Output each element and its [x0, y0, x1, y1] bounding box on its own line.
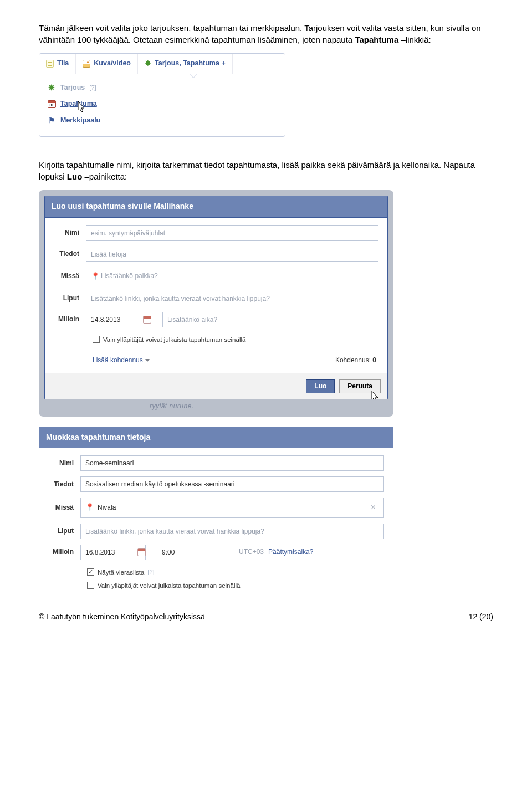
timezone-label: UTC+03 [239, 547, 264, 557]
option-tarjous[interactable]: ✸ Tarjous [?] [47, 80, 277, 96]
footer-right: 12 (20) [469, 612, 493, 623]
tiedot-field[interactable] [80, 476, 384, 492]
dialog-body: Nimi Tiedot Missä 📍 Nivala × [39, 448, 393, 598]
cursor-pointer-icon [369, 390, 381, 399]
footer-left: © Laatutyön tukeminen Kotityöpalveluyrit… [39, 612, 205, 623]
option-label: Merkkipaalu [60, 116, 100, 126]
intro-paragraph-2: Kirjoita tapahtumalle nimi, kirjoita tar… [39, 159, 493, 182]
targeting-row: Lisää kohdennus Kohdennus: 0 [54, 355, 378, 370]
calendar-picker-icon[interactable] [141, 315, 152, 325]
missa-field[interactable]: 📍 Lisätäänkö paikka? [86, 268, 378, 285]
intro-paragraph-1: Tämän jälkeen voit valita joko tarjoukse… [39, 22, 493, 45]
location-value: Nivala [98, 503, 116, 512]
divider [93, 350, 378, 350]
dialog-title: Luo uusi tapahtuma sivulle Mallihanke [45, 196, 387, 218]
label-tiedot: Tiedot [54, 249, 86, 259]
nimi-field[interactable] [86, 225, 378, 241]
calendar-picker-icon[interactable] [136, 547, 147, 557]
liput-field[interactable] [86, 291, 378, 306]
label-missa: Missä [54, 271, 86, 281]
tab-tila[interactable]: Tila [39, 54, 76, 74]
add-targeting-link[interactable]: Lisää kohdennus [93, 356, 150, 365]
label-liput: Liput [48, 526, 80, 536]
text: –painiketta: [85, 172, 127, 181]
clear-location-icon[interactable]: × [367, 501, 379, 514]
label-nimi: Nimi [48, 459, 80, 468]
label-milloin: Milloin [48, 547, 80, 557]
checkbox-unchecked-icon[interactable] [93, 336, 100, 343]
edit-event-dialog: Muokkaa tapahtuman tietoja Nimi Tiedot M… [39, 427, 393, 598]
star-icon: ✸ [47, 83, 56, 92]
label-nimi: Nimi [54, 228, 86, 238]
calendar-icon [47, 100, 56, 109]
label-milloin: Milloin [54, 315, 86, 324]
label-liput: Liput [54, 294, 86, 303]
admins-only-checkbox-row[interactable]: Vain ylläpitäjät voivat julkaista tapaht… [48, 579, 384, 592]
label-missa: Missä [48, 503, 80, 512]
help-icon[interactable]: [?] [147, 568, 154, 576]
bold-button-name: Luo [67, 172, 83, 181]
milestone-icon: ⚑ [47, 116, 56, 125]
composer-options: ✸ Tarjous [?] Tapahtuma ⚑ Merkkipaalu [39, 74, 285, 137]
location-pin-icon: 📍 [85, 502, 94, 512]
note-icon [46, 60, 54, 68]
checkbox-label: Näytä vieraslista [98, 568, 144, 577]
liput-field[interactable] [80, 524, 384, 539]
missa-field[interactable]: 📍 Nivala × [80, 498, 384, 517]
text: –linkkiä: [401, 35, 431, 44]
admins-only-checkbox-row[interactable]: Vain ylläpitäjät voivat julkaista tapaht… [54, 333, 378, 346]
checkbox-label: Vain ylläpitäjät voivat julkaista tapaht… [98, 581, 240, 590]
option-merkkipaalu[interactable]: ⚑ Merkkipaalu [47, 112, 277, 129]
tab-kuva-video[interactable]: Kuva/video [76, 54, 138, 74]
dialog-body: Nimi Tiedot Missä 📍 Lisätäänkö paikka? [45, 218, 387, 373]
checkbox-unchecked-icon[interactable] [87, 582, 94, 589]
composer-tabs: Tila Kuva/video ✸ Tarjous, Tapahtuma + [39, 54, 285, 74]
selected-tab-pointer-icon [189, 74, 198, 78]
placeholder-text: Lisätäänkö paikka? [101, 271, 158, 281]
tab-label: Tarjous, Tapahtuma + [155, 59, 226, 69]
time-field[interactable] [162, 312, 245, 327]
image-icon [83, 60, 90, 68]
help-icon[interactable]: [?] [89, 84, 96, 92]
option-tapahtuma[interactable]: Tapahtuma [47, 96, 277, 112]
targeting-count: Kohdennus: 0 [335, 356, 376, 365]
composer-screenshot: Tila Kuva/video ✸ Tarjous, Tapahtuma + ✸… [39, 53, 285, 137]
bold-linkname: Tapahtuma [355, 35, 398, 44]
nimi-field[interactable] [80, 455, 384, 471]
create-event-dialog-wrapper: Luo uusi tapahtuma sivulle Mallihanke Ni… [39, 190, 393, 416]
chevron-down-icon [145, 359, 150, 362]
dialog-title: Muokkaa tapahtuman tietoja [39, 427, 393, 448]
show-guestlist-checkbox-row[interactable]: ✓ Näytä vieraslista [?] [48, 566, 384, 579]
tab-label: Tila [57, 59, 69, 69]
create-event-dialog: Luo uusi tapahtuma sivulle Mallihanke Ni… [44, 196, 388, 399]
checkbox-checked-icon[interactable]: ✓ [87, 568, 94, 576]
location-pin-icon: 📍 [91, 271, 100, 281]
obscured-background-text: ryylät nurune. [44, 399, 388, 411]
tiedot-field[interactable] [86, 247, 378, 262]
tab-label: Kuva/video [94, 59, 131, 69]
endtime-link[interactable]: Päättymisaika? [268, 547, 313, 557]
time-field[interactable] [157, 545, 234, 560]
page-footer: © Laatutyön tukeminen Kotityöpalveluyrit… [39, 612, 493, 623]
option-label: Tarjous [60, 83, 85, 93]
tab-tarjous-tapahtuma[interactable]: ✸ Tarjous, Tapahtuma + [138, 54, 233, 74]
star-icon: ✸ [145, 58, 151, 69]
label-tiedot: Tiedot [48, 480, 80, 489]
checkbox-label: Vain ylläpitäjät voivat julkaista tapaht… [103, 335, 245, 344]
cursor-pointer-icon [75, 100, 87, 114]
dialog-footer: Luo Peruuta [45, 373, 387, 399]
luo-button[interactable]: Luo [306, 379, 335, 393]
